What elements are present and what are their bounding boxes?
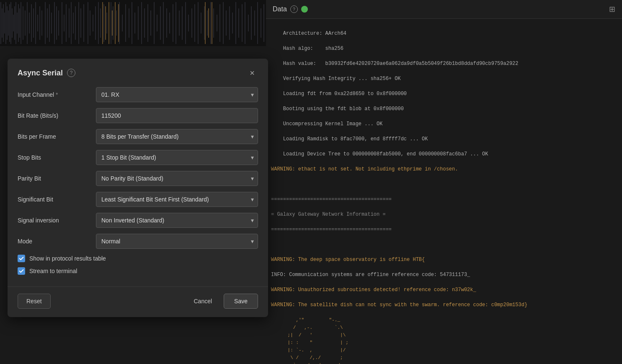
terminal-line: WARNING: The satellite dish can not sync… <box>271 301 617 309</box>
show-protocol-checkbox-wrapper[interactable]: Show in protocol results table <box>18 255 106 262</box>
dialog-header: Async Serial ? × <box>8 59 268 85</box>
bits-per-frame-select[interactable]: 8 Bits per Transfer (Standard) 7 Bits pe… <box>96 129 258 144</box>
signal-inversion-row: Signal inversion Non Inverted (Standard)… <box>18 213 258 228</box>
dialog-title: Async Serial <box>18 69 63 77</box>
parity-bit-row: Parity Bit No Parity Bit (Standard) Even… <box>18 171 258 186</box>
panel-help-icon[interactable]: ? <box>290 5 298 13</box>
stream-terminal-label: Stream to terminal <box>29 268 77 274</box>
significant-bit-row: Significant Bit Least Significant Bit Se… <box>18 192 258 207</box>
stream-terminal-checkbox-wrapper[interactable]: Stream to terminal <box>18 267 77 275</box>
terminal-line: ======================================== <box>271 226 617 233</box>
waveform-display <box>0 0 266 46</box>
signal-inversion-label: Signal inversion <box>18 217 91 224</box>
save-button[interactable]: Save <box>224 294 258 309</box>
input-channel-select-wrapper: 01. RX 02. TX <box>96 87 258 102</box>
reset-button[interactable]: Reset <box>18 294 51 309</box>
dialog-close-button[interactable]: × <box>246 67 258 79</box>
grid-view-icon[interactable]: ⊞ <box>609 5 615 14</box>
bit-rate-label: Bit Rate (Bits/s) <box>18 112 91 119</box>
stop-bits-select[interactable]: 1 Stop Bit (Standard) 2 Stop Bits <box>96 150 258 165</box>
stream-terminal-row: Stream to terminal <box>18 267 258 275</box>
stop-bits-select-wrapper: 1 Stop Bit (Standard) 2 Stop Bits <box>96 150 258 165</box>
mode-select-wrapper: Normal ManchesterNRZI <box>96 234 258 249</box>
terminal-line: Verifying Hash Integrity ... sha256+ OK <box>271 75 617 83</box>
terminal-line: Hash algo: sha256 <box>271 45 617 52</box>
stop-bits-label: Stop Bits <box>18 154 91 161</box>
parity-bit-label: Parity Bit <box>18 175 91 182</box>
bits-per-frame-label: Bits per Frame <box>18 133 91 140</box>
show-protocol-checkbox[interactable] <box>18 255 25 262</box>
panel-header: Data ? ⊞ <box>266 0 622 19</box>
signal-inversion-select[interactable]: Non Inverted (Standard) Inverted <box>96 213 258 228</box>
bit-rate-row: Bit Rate (Bits/s) <box>18 108 258 123</box>
terminal-line: Loading Device Tree to 000000008fab5000,… <box>271 150 617 158</box>
bits-per-frame-row: Bits per Frame 8 Bits per Transfer (Stan… <box>18 129 258 144</box>
show-protocol-row: Show in protocol results table <box>18 255 258 262</box>
terminal-line: WARNING: ethact is not set. Not includin… <box>271 165 617 173</box>
mode-select[interactable]: Normal ManchesterNRZI <box>96 234 258 249</box>
data-panel: Data ? ⊞ Architecture: AArch64 Hash algo… <box>266 0 622 364</box>
terminal-line <box>271 241 617 248</box>
stream-terminal-checkbox[interactable] <box>18 267 25 275</box>
dialog-help-icon[interactable]: ? <box>67 69 75 77</box>
stop-bits-row: Stop Bits 1 Stop Bit (Standard) 2 Stop B… <box>18 150 258 165</box>
terminal-line: Hash value: b30932fd6e42020720ae6a062da9… <box>271 60 617 67</box>
terminal-line: ======================================== <box>271 196 617 203</box>
parity-bit-select[interactable]: No Parity Bit (Standard) Even Parity Odd… <box>96 171 258 186</box>
terminal-line: Booting using the fdt blob at 0x8f000000 <box>271 105 617 113</box>
panel-title: Data <box>273 5 287 13</box>
significant-bit-select[interactable]: Least Significant Bit Sent First (Standa… <box>96 192 258 207</box>
ascii-art: ,'" "-._ / ,-. `.\ ;| / ' |\ |: : " | ; … <box>271 318 348 364</box>
bit-rate-input[interactable] <box>96 108 258 123</box>
terminal-line: Uncompressing Kernel Image ... OK <box>271 120 617 128</box>
terminal-line: Loading Ramdisk to 8fac7000, end 8ffff7d… <box>271 135 617 143</box>
significant-bit-label: Significant Bit <box>18 196 91 203</box>
terminal-line: WARNING: Unauthorized subroutines detect… <box>271 286 617 294</box>
terminal-line: Architecture: AArch64 <box>271 30 617 37</box>
terminal-line: Loading fdt from 0xa22d8650 to 0x8f00000… <box>271 90 617 98</box>
mode-label: Mode <box>18 238 91 245</box>
status-indicator <box>301 6 308 13</box>
terminal-line: WARNING: The deep space observatory is o… <box>271 256 617 263</box>
dialog-footer: Reset Cancel Save <box>8 287 268 317</box>
bits-per-frame-select-wrapper: 8 Bits per Transfer (Standard) 7 Bits pe… <box>96 129 258 144</box>
terminal-line <box>271 181 617 188</box>
input-channel-select[interactable]: 01. RX 02. TX <box>96 87 258 102</box>
terminal-output: Architecture: AArch64 Hash algo: sha256 … <box>266 19 622 364</box>
parity-bit-select-wrapper: No Parity Bit (Standard) Even Parity Odd… <box>96 171 258 186</box>
async-serial-dialog: Async Serial ? × Input Channel * 01. RX … <box>8 59 268 317</box>
input-channel-row: Input Channel * 01. RX 02. TX <box>18 87 258 102</box>
significant-bit-select-wrapper: Least Significant Bit Sent First (Standa… <box>96 192 258 207</box>
dialog-body: Input Channel * 01. RX 02. TX Bit Rate (… <box>8 85 268 287</box>
terminal-line: = Galaxy Gateway Network Information = <box>271 211 617 218</box>
input-channel-label: Input Channel * <box>18 91 91 98</box>
signal-inversion-select-wrapper: Non Inverted (Standard) Inverted <box>96 213 258 228</box>
cancel-button[interactable]: Cancel <box>187 294 219 308</box>
terminal-line: INFO: Communication systems are offline … <box>271 271 617 279</box>
show-protocol-label: Show in protocol results table <box>29 255 106 262</box>
mode-row: Mode Normal ManchesterNRZI <box>18 234 258 249</box>
